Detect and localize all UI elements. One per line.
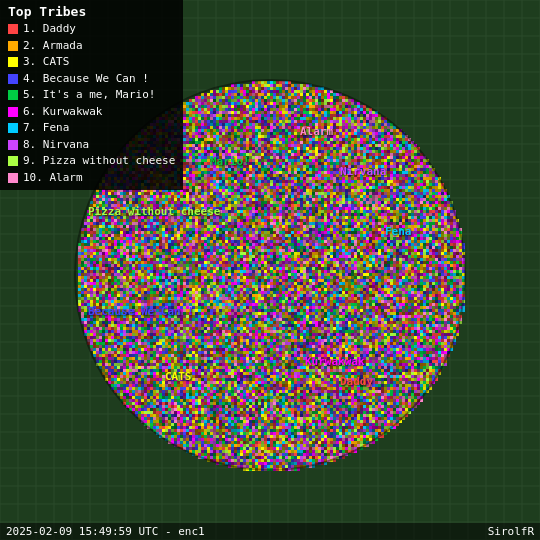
legend-items: 1. Daddy 2. Armada 3. CATS 4. Because We… [8,21,175,186]
legend-rank-6: 6. Kurwakwak [23,104,102,121]
legend-item-6: 6. Kurwakwak [8,104,175,121]
legend-color-6 [8,107,18,117]
legend-rank-1: 1. Daddy [23,21,76,38]
legend-item-1: 1. Daddy [8,21,175,38]
legend-rank-3: 3. CATS [23,54,69,71]
legend-color-7 [8,123,18,133]
legend-item-5: 5. It's a me, Mario! [8,87,175,104]
author: SirolfR [488,525,534,538]
legend-rank-7: 7. Fena [23,120,69,137]
legend-color-4 [8,74,18,84]
legend-item-10: 10. Alarm [8,170,175,187]
legend-item-4: 4. Because We Can ! [8,71,175,88]
legend-title: Top Tribes [8,4,175,19]
legend-color-9 [8,156,18,166]
legend-color-10 [8,173,18,183]
legend-color-1 [8,24,18,34]
legend-color-5 [8,90,18,100]
legend: Top Tribes 1. Daddy 2. Armada 3. CATS 4.… [0,0,183,190]
legend-color-2 [8,41,18,51]
legend-item-2: 2. Armada [8,38,175,55]
timestamp: 2025-02-09 15:49:59 UTC - enc1 [6,525,205,538]
bottom-bar: 2025-02-09 15:49:59 UTC - enc1 SirolfR [0,523,540,540]
legend-color-8 [8,140,18,150]
legend-rank-9: 9. Pizza without cheese [23,153,175,170]
legend-rank-10: 10. Alarm [23,170,83,187]
legend-rank-4: 4. Because We Can ! [23,71,149,88]
legend-rank-5: 5. It's a me, Mario! [23,87,155,104]
legend-rank-2: 2. Armada [23,38,83,55]
legend-item-3: 3. CATS [8,54,175,71]
legend-color-3 [8,57,18,67]
legend-rank-8: 8. Nirvana [23,137,89,154]
legend-item-7: 7. Fena [8,120,175,137]
legend-item-9: 9. Pizza without cheese [8,153,175,170]
legend-item-8: 8. Nirvana [8,137,175,154]
